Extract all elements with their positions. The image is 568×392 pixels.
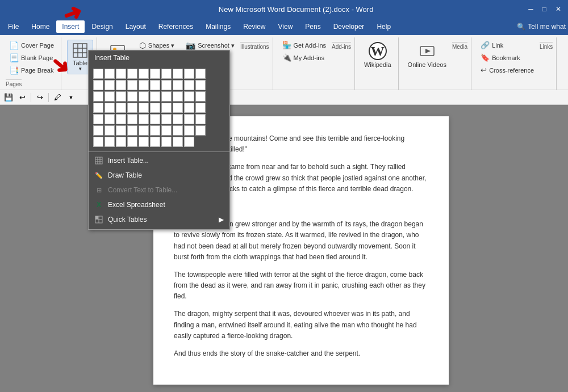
table-cell[interactable] bbox=[184, 137, 194, 147]
table-cell[interactable] bbox=[184, 114, 194, 124]
table-cell[interactable] bbox=[195, 69, 206, 79]
table-cell[interactable] bbox=[184, 125, 194, 136]
table-cell[interactable] bbox=[139, 69, 149, 79]
table-cell[interactable] bbox=[105, 91, 115, 102]
crossref-btn[interactable]: ↩ Cross-reference bbox=[477, 65, 537, 75]
table-cell[interactable] bbox=[116, 114, 126, 124]
table-cell[interactable] bbox=[93, 91, 103, 102]
menu-view[interactable]: View bbox=[273, 20, 299, 33]
table-cell[interactable] bbox=[150, 69, 160, 79]
table-cell[interactable] bbox=[127, 69, 137, 79]
table-cell[interactable] bbox=[161, 103, 172, 113]
table-cell[interactable] bbox=[150, 103, 160, 113]
maximize-btn[interactable]: □ bbox=[542, 5, 546, 13]
link-btn[interactable]: 🔗 Link bbox=[477, 40, 537, 50]
table-cell[interactable] bbox=[195, 80, 206, 90]
table-cell[interactable] bbox=[116, 69, 126, 79]
table-cell[interactable] bbox=[161, 91, 172, 102]
table-cell[interactable] bbox=[116, 103, 126, 113]
table-cell[interactable] bbox=[105, 69, 115, 79]
table-cell[interactable] bbox=[161, 69, 172, 79]
table-cell[interactable] bbox=[195, 125, 206, 136]
table-cell[interactable] bbox=[139, 103, 149, 113]
save-toolbar-btn[interactable]: 💾 bbox=[2, 91, 15, 104]
table-cell[interactable] bbox=[93, 137, 103, 147]
table-cell[interactable] bbox=[150, 114, 160, 124]
menu-references[interactable]: References bbox=[153, 20, 199, 33]
redo-btn[interactable]: ↪ bbox=[34, 91, 46, 104]
table-cell[interactable] bbox=[150, 125, 160, 136]
table-cell[interactable] bbox=[93, 69, 103, 79]
table-cell[interactable] bbox=[184, 80, 194, 90]
table-cell[interactable] bbox=[184, 91, 194, 102]
table-cell[interactable] bbox=[127, 80, 137, 90]
table-cell[interactable] bbox=[93, 125, 103, 136]
page-break-btn[interactable]: 📑 Page Break bbox=[6, 65, 57, 76]
menu-layout[interactable]: Layout bbox=[120, 20, 152, 33]
table-cell[interactable] bbox=[161, 125, 172, 136]
menu-home[interactable]: Home bbox=[26, 20, 55, 33]
shapes-btn[interactable]: ⬡ Shapes ▾ bbox=[136, 40, 179, 51]
menu-review[interactable]: Review bbox=[237, 20, 271, 33]
table-cell[interactable] bbox=[116, 80, 126, 90]
table-cell[interactable] bbox=[184, 103, 194, 113]
minimize-btn[interactable]: ─ bbox=[528, 5, 533, 13]
menu-help[interactable]: Help bbox=[371, 20, 396, 33]
quick-tables-menu-item[interactable]: Quick Tables ▶ bbox=[89, 212, 229, 227]
table-cell[interactable] bbox=[139, 80, 149, 90]
undo-btn[interactable]: ↩ bbox=[16, 91, 28, 104]
table-cell[interactable] bbox=[161, 137, 172, 147]
table-cell[interactable] bbox=[173, 103, 183, 113]
table-cell[interactable] bbox=[173, 69, 183, 79]
online-videos-btn[interactable]: Online Videos bbox=[404, 40, 450, 70]
table-cell[interactable] bbox=[195, 114, 206, 124]
menu-design[interactable]: Design bbox=[86, 20, 118, 33]
table-cell[interactable] bbox=[116, 91, 126, 102]
customize-btn[interactable]: 🖊 bbox=[51, 91, 64, 104]
menu-developer[interactable]: Developer bbox=[328, 20, 370, 33]
tell-me-field[interactable]: 🔍 Tell me what bbox=[517, 23, 566, 31]
table-cell[interactable] bbox=[161, 114, 172, 124]
table-cell[interactable] bbox=[195, 103, 206, 113]
table-cell[interactable] bbox=[150, 137, 160, 147]
my-addins-btn[interactable]: 🔌 My Add-ins bbox=[279, 52, 329, 63]
cover-page-btn[interactable]: 📄 Cover Page bbox=[6, 40, 57, 51]
table-cell[interactable] bbox=[127, 103, 137, 113]
table-cell[interactable] bbox=[93, 80, 103, 90]
table-cell[interactable] bbox=[173, 137, 183, 147]
table-cell[interactable] bbox=[161, 80, 172, 90]
table-cell[interactable] bbox=[105, 103, 115, 113]
menu-file[interactable]: File bbox=[2, 20, 24, 33]
bookmark-btn[interactable]: 🔖 Bookmark bbox=[477, 52, 537, 63]
draw-table-menu-item[interactable]: ✏️ Draw Table bbox=[89, 168, 229, 183]
dropdown-btn[interactable]: ▼ bbox=[65, 91, 77, 104]
table-cell[interactable] bbox=[105, 137, 115, 147]
screenshot-btn[interactable]: 📷 Screenshot ▾ bbox=[182, 40, 238, 51]
table-cell[interactable] bbox=[127, 91, 137, 102]
excel-spreadsheet-menu-item[interactable]: X Excel Spreadsheet bbox=[89, 197, 229, 212]
get-addins-btn[interactable]: 🏪 Get Add-ins bbox=[279, 40, 329, 50]
table-cell[interactable] bbox=[150, 80, 160, 90]
menu-mailings[interactable]: Mailings bbox=[200, 20, 236, 33]
table-cell[interactable] bbox=[139, 125, 149, 136]
table-cell[interactable] bbox=[184, 69, 194, 79]
table-cell[interactable] bbox=[139, 114, 149, 124]
menu-pens[interactable]: Pens bbox=[299, 20, 326, 33]
table-cell[interactable] bbox=[173, 91, 183, 102]
table-cell[interactable] bbox=[150, 91, 160, 102]
table-cell[interactable] bbox=[195, 91, 206, 102]
table-cell[interactable] bbox=[93, 103, 103, 113]
insert-table-menu-item[interactable]: Insert Table... bbox=[89, 153, 229, 168]
close-btn[interactable]: ✕ bbox=[556, 5, 561, 13]
table-cell[interactable] bbox=[105, 125, 115, 136]
menu-insert[interactable]: Insert bbox=[56, 20, 85, 33]
table-cell[interactable] bbox=[93, 114, 103, 124]
table-cell[interactable] bbox=[116, 125, 126, 136]
table-cell[interactable] bbox=[173, 114, 183, 124]
table-cell[interactable] bbox=[105, 80, 115, 90]
table-cell[interactable] bbox=[139, 137, 149, 147]
table-cell[interactable] bbox=[173, 125, 183, 136]
blank-page-btn[interactable]: 📃 Blank Page bbox=[6, 52, 56, 64]
table-cell[interactable] bbox=[127, 125, 137, 136]
table-cell[interactable] bbox=[127, 137, 137, 147]
